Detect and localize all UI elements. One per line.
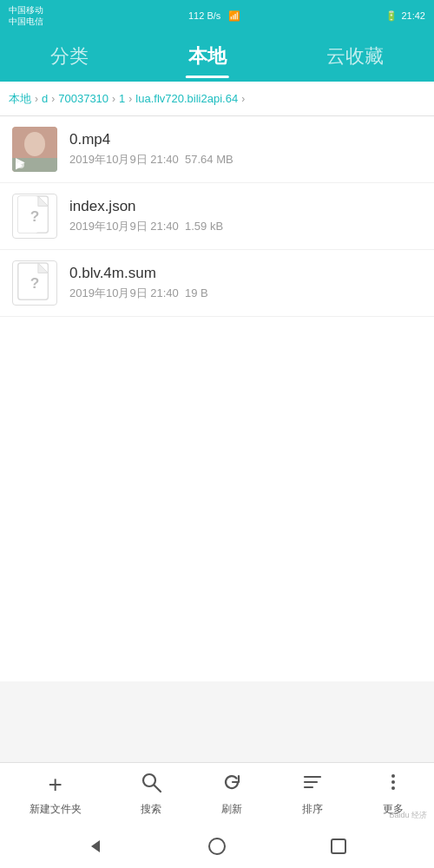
android-back-button[interactable] (83, 834, 108, 858)
file-thumbnail-unknown-1: ? (12, 194, 57, 239)
nav-refresh[interactable]: 刷新 (207, 766, 257, 822)
nav-sort-label: 排序 (302, 802, 323, 817)
svg-point-17 (391, 786, 395, 790)
tab-bar: 分类 本地 云收藏 (0, 31, 434, 82)
svg-line-11 (154, 786, 161, 792)
breadcrumb[interactable]: 本地 › d › 70037310 › 1 › lua.flv720.bili2… (0, 82, 434, 116)
breadcrumb-sep-2: › (51, 93, 55, 105)
file-unknown-icon-2: ? (12, 261, 57, 305)
file-info-json: index.json 2019年10月9日 21:40 1.59 kB (69, 198, 422, 234)
nav-search[interactable]: 搜索 (126, 766, 176, 822)
empty-content-area (0, 317, 434, 681)
breadcrumb-home[interactable]: 本地 (9, 91, 31, 107)
file-meta-sum: 2019年10月9日 21:40 19 B (69, 286, 422, 301)
refresh-icon (220, 771, 243, 799)
breadcrumb-1[interactable]: 1 (119, 92, 125, 105)
file-name-sum: 0.blv.4m.sum (69, 265, 422, 282)
carrier-info: 中国移动 中国电信 (9, 4, 43, 27)
nav-new-folder[interactable]: + 新建文件夹 (16, 766, 95, 822)
file-list: ▶ 0.mp4 2019年10月9日 21:40 57.64 MB ? inde… (0, 116, 434, 317)
battery-icon: 🔋 (385, 10, 398, 22)
nav-sort[interactable]: 排序 (287, 766, 338, 822)
svg-point-16 (391, 780, 395, 784)
search-icon (140, 771, 162, 799)
file-info-sum: 0.blv.4m.sum 2019年10月9日 21:40 19 B (69, 265, 422, 301)
more-icon (382, 771, 404, 799)
tab-cloud[interactable]: 云收藏 (309, 36, 401, 76)
breadcrumb-sep-3: › (112, 93, 115, 105)
breadcrumb-d[interactable]: d (42, 92, 48, 105)
svg-rect-20 (332, 839, 345, 853)
svg-text:?: ? (30, 207, 40, 225)
file-item-json[interactable]: ? index.json 2019年10月9日 21:40 1.59 kB (0, 183, 434, 250)
file-unknown-icon-1: ? (12, 194, 57, 238)
file-info-mp4: 0.mp4 2019年10月9日 21:40 57.64 MB (69, 131, 422, 168)
status-bar: 中国移动 中国电信 112 B/s 📶 🔋 21:42 (0, 0, 434, 31)
breadcrumb-sep-1: › (35, 93, 38, 105)
svg-marker-18 (91, 840, 100, 852)
file-name-json: index.json (69, 198, 422, 215)
nav-new-folder-label: 新建文件夹 (30, 802, 82, 817)
svg-point-15 (391, 774, 395, 778)
svg-point-3 (17, 161, 24, 168)
network-speed: 112 B/s 📶 (188, 10, 240, 22)
nav-refresh-label: 刷新 (221, 802, 242, 817)
android-nav-bar (0, 825, 434, 868)
file-thumbnail-unknown-2: ? (12, 260, 57, 306)
new-folder-icon: + (48, 771, 62, 799)
video-preview-icon: ▶ (12, 127, 57, 172)
android-home-button[interactable] (205, 834, 229, 858)
watermark: Baidu 经济 (389, 810, 427, 821)
svg-text:▶: ▶ (16, 160, 23, 170)
bottom-nav: + 新建文件夹 搜索 刷新 排序 (0, 762, 434, 825)
breadcrumb-id[interactable]: 70037310 (58, 92, 108, 105)
android-recent-button[interactable] (326, 834, 351, 858)
breadcrumb-folder[interactable]: lua.flv720.bili2api.64 (135, 92, 238, 105)
tab-local[interactable]: 本地 (171, 36, 244, 76)
status-icons: 🔋 21:42 (385, 10, 425, 22)
file-meta-mp4: 2019年10月9日 21:40 57.64 MB (69, 152, 422, 168)
file-name-mp4: 0.mp4 (69, 131, 422, 148)
sort-icon (301, 771, 324, 799)
file-thumbnail-video: ▶ (12, 127, 57, 172)
tab-classify[interactable]: 分类 (33, 36, 106, 76)
file-meta-json: 2019年10月9日 21:40 1.59 kB (69, 219, 422, 234)
breadcrumb-sep-4: › (128, 93, 132, 105)
svg-text:?: ? (30, 274, 40, 292)
wifi-icon: 📶 (228, 10, 240, 21)
svg-point-19 (209, 838, 225, 854)
svg-point-1 (24, 132, 45, 156)
file-item-sum[interactable]: ? 0.blv.4m.sum 2019年10月9日 21:40 19 B (0, 250, 434, 317)
file-item-mp4[interactable]: ▶ 0.mp4 2019年10月9日 21:40 57.64 MB (0, 116, 434, 183)
nav-search-label: 搜索 (141, 802, 161, 817)
breadcrumb-sep-5: › (241, 93, 245, 105)
